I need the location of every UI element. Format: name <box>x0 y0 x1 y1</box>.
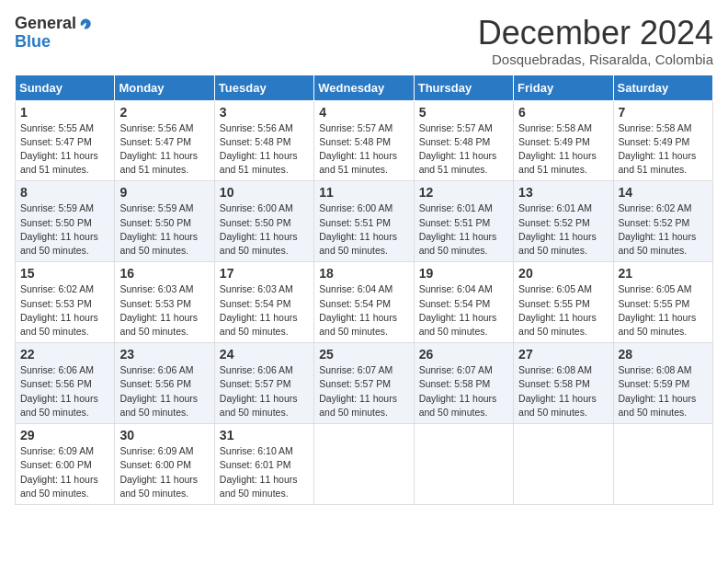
day-number: 24 <box>220 347 309 362</box>
day-info: Sunrise: 5:58 AMSunset: 5:49 PMDaylight:… <box>619 122 697 176</box>
day-info: Sunrise: 5:59 AMSunset: 5:50 PMDaylight:… <box>20 202 98 256</box>
day-info: Sunrise: 5:57 AMSunset: 5:48 PMDaylight:… <box>419 122 497 176</box>
day-number: 6 <box>518 105 608 120</box>
day-info: Sunrise: 5:55 AMSunset: 5:47 PMDaylight:… <box>20 122 98 176</box>
day-number: 11 <box>319 185 408 200</box>
calendar-week-row: 15Sunrise: 6:02 AMSunset: 5:53 PMDayligh… <box>16 262 713 343</box>
day-number: 7 <box>619 105 708 120</box>
day-info: Sunrise: 6:02 AMSunset: 5:53 PMDaylight:… <box>20 283 98 337</box>
calendar-cell: 8Sunrise: 5:59 AMSunset: 5:50 PMDaylight… <box>16 181 115 262</box>
calendar-cell <box>613 424 712 505</box>
calendar-cell: 18Sunrise: 6:04 AMSunset: 5:54 PMDayligh… <box>314 262 414 343</box>
calendar-cell: 30Sunrise: 6:09 AMSunset: 6:00 PMDayligh… <box>115 424 214 505</box>
calendar-cell: 23Sunrise: 6:06 AMSunset: 5:56 PMDayligh… <box>115 343 214 424</box>
day-number: 22 <box>20 347 109 362</box>
day-info: Sunrise: 6:06 AMSunset: 5:57 PMDaylight:… <box>220 364 298 418</box>
calendar-cell: 11Sunrise: 6:00 AMSunset: 5:51 PMDayligh… <box>314 181 414 262</box>
day-number: 10 <box>220 185 309 200</box>
calendar-cell: 14Sunrise: 6:02 AMSunset: 5:52 PMDayligh… <box>613 181 712 262</box>
day-info: Sunrise: 5:59 AMSunset: 5:50 PMDaylight:… <box>119 202 198 256</box>
day-info: Sunrise: 6:10 AMSunset: 6:01 PMDaylight:… <box>220 445 298 499</box>
day-info: Sunrise: 6:02 AMSunset: 5:52 PMDaylight:… <box>619 202 697 256</box>
calendar-cell: 7Sunrise: 5:58 AMSunset: 5:49 PMDaylight… <box>613 100 712 181</box>
header-day: Sunday <box>16 75 115 100</box>
day-number: 5 <box>419 105 508 120</box>
calendar-cell: 15Sunrise: 6:02 AMSunset: 5:53 PMDayligh… <box>16 262 115 343</box>
calendar-cell: 12Sunrise: 6:01 AMSunset: 5:51 PMDayligh… <box>414 181 513 262</box>
calendar-cell: 27Sunrise: 6:08 AMSunset: 5:58 PMDayligh… <box>514 343 613 424</box>
calendar-cell: 5Sunrise: 5:57 AMSunset: 5:48 PMDaylight… <box>414 100 513 181</box>
calendar-cell: 1Sunrise: 5:55 AMSunset: 5:47 PMDaylight… <box>16 100 115 181</box>
calendar-cell: 19Sunrise: 6:04 AMSunset: 5:54 PMDayligh… <box>414 262 513 343</box>
day-number: 13 <box>518 185 608 200</box>
day-number: 14 <box>619 185 708 200</box>
day-number: 4 <box>319 105 408 120</box>
day-info: Sunrise: 6:01 AMSunset: 5:51 PMDaylight:… <box>419 202 497 256</box>
day-info: Sunrise: 6:01 AMSunset: 5:52 PMDaylight:… <box>518 202 597 256</box>
calendar-cell: 4Sunrise: 5:57 AMSunset: 5:48 PMDaylight… <box>314 100 414 181</box>
logo: General Blue <box>15 15 93 52</box>
day-info: Sunrise: 5:56 AMSunset: 5:47 PMDaylight:… <box>119 122 198 176</box>
day-number: 8 <box>20 185 109 200</box>
day-number: 20 <box>518 266 608 281</box>
day-number: 21 <box>619 266 708 281</box>
header-day: Saturday <box>613 75 712 100</box>
calendar-header: SundayMondayTuesdayWednesdayThursdayFrid… <box>16 75 713 100</box>
subtitle: Dosquebradas, Risaralda, Colombia <box>478 52 713 67</box>
day-info: Sunrise: 5:58 AMSunset: 5:49 PMDaylight:… <box>518 122 597 176</box>
day-number: 23 <box>119 347 209 362</box>
day-number: 9 <box>119 185 209 200</box>
calendar-cell: 29Sunrise: 6:09 AMSunset: 6:00 PMDayligh… <box>16 424 115 505</box>
day-info: Sunrise: 6:08 AMSunset: 5:59 PMDaylight:… <box>619 364 697 418</box>
calendar-week-row: 22Sunrise: 6:06 AMSunset: 5:56 PMDayligh… <box>16 343 713 424</box>
calendar-week-row: 29Sunrise: 6:09 AMSunset: 6:00 PMDayligh… <box>16 424 713 505</box>
day-number: 3 <box>220 105 309 120</box>
day-info: Sunrise: 6:03 AMSunset: 5:54 PMDaylight:… <box>220 283 298 337</box>
day-number: 28 <box>619 347 708 362</box>
day-info: Sunrise: 6:03 AMSunset: 5:53 PMDaylight:… <box>119 283 198 337</box>
day-number: 12 <box>419 185 508 200</box>
day-number: 16 <box>119 266 209 281</box>
day-info: Sunrise: 6:05 AMSunset: 5:55 PMDaylight:… <box>619 283 697 337</box>
calendar-cell: 16Sunrise: 6:03 AMSunset: 5:53 PMDayligh… <box>115 262 214 343</box>
calendar-week-row: 1Sunrise: 5:55 AMSunset: 5:47 PMDaylight… <box>16 100 713 181</box>
day-info: Sunrise: 5:57 AMSunset: 5:48 PMDaylight:… <box>319 122 397 176</box>
calendar-cell: 24Sunrise: 6:06 AMSunset: 5:57 PMDayligh… <box>214 343 313 424</box>
calendar-cell: 21Sunrise: 6:05 AMSunset: 5:55 PMDayligh… <box>613 262 712 343</box>
day-info: Sunrise: 6:00 AMSunset: 5:51 PMDaylight:… <box>319 202 397 256</box>
calendar-cell: 25Sunrise: 6:07 AMSunset: 5:57 PMDayligh… <box>314 343 414 424</box>
day-info: Sunrise: 6:05 AMSunset: 5:55 PMDaylight:… <box>518 283 597 337</box>
day-number: 2 <box>119 105 209 120</box>
day-number: 31 <box>220 428 309 442</box>
day-info: Sunrise: 6:08 AMSunset: 5:58 PMDaylight:… <box>518 364 597 418</box>
header-day: Monday <box>115 75 214 100</box>
day-number: 30 <box>119 428 209 442</box>
calendar-cell: 17Sunrise: 6:03 AMSunset: 5:54 PMDayligh… <box>214 262 313 343</box>
day-info: Sunrise: 6:09 AMSunset: 6:00 PMDaylight:… <box>20 445 98 499</box>
day-info: Sunrise: 6:00 AMSunset: 5:50 PMDaylight:… <box>220 202 298 256</box>
calendar-table: SundayMondayTuesdayWednesdayThursdayFrid… <box>15 75 713 505</box>
header-day: Friday <box>514 75 613 100</box>
day-info: Sunrise: 6:09 AMSunset: 6:00 PMDaylight:… <box>119 445 198 499</box>
calendar-cell <box>414 424 513 505</box>
header-day: Thursday <box>414 75 513 100</box>
day-number: 19 <box>419 266 508 281</box>
calendar-cell: 13Sunrise: 6:01 AMSunset: 5:52 PMDayligh… <box>514 181 613 262</box>
header-row: SundayMondayTuesdayWednesdayThursdayFrid… <box>16 75 713 100</box>
calendar-week-row: 8Sunrise: 5:59 AMSunset: 5:50 PMDaylight… <box>16 181 713 262</box>
calendar-cell: 26Sunrise: 6:07 AMSunset: 5:58 PMDayligh… <box>414 343 513 424</box>
calendar-cell: 2Sunrise: 5:56 AMSunset: 5:47 PMDaylight… <box>115 100 214 181</box>
logo-blue: Blue <box>15 32 51 51</box>
day-info: Sunrise: 6:04 AMSunset: 5:54 PMDaylight:… <box>419 283 497 337</box>
day-number: 1 <box>20 105 109 120</box>
day-number: 18 <box>319 266 408 281</box>
calendar-cell: 9Sunrise: 5:59 AMSunset: 5:50 PMDaylight… <box>115 181 214 262</box>
day-number: 29 <box>20 428 109 442</box>
day-info: Sunrise: 6:04 AMSunset: 5:54 PMDaylight:… <box>319 283 397 337</box>
calendar-cell: 20Sunrise: 6:05 AMSunset: 5:55 PMDayligh… <box>514 262 613 343</box>
logo-bird-icon <box>78 17 93 32</box>
day-number: 17 <box>220 266 309 281</box>
header-day: Wednesday <box>314 75 414 100</box>
calendar-cell <box>514 424 613 505</box>
calendar-cell: 10Sunrise: 6:00 AMSunset: 5:50 PMDayligh… <box>214 181 313 262</box>
